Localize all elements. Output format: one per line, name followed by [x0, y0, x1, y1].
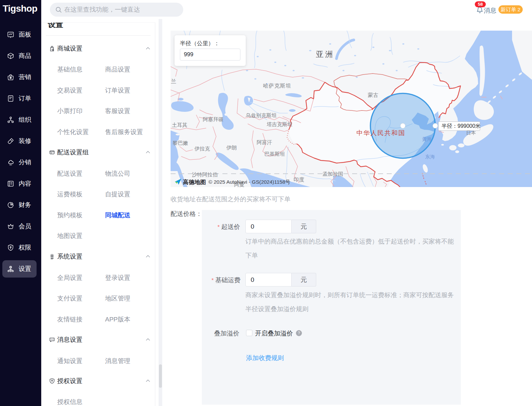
svg-text:中华人民共和国: 中华人民共和国: [356, 129, 405, 136]
svg-text:土耳其: 土耳其: [172, 122, 188, 128]
svg-text:乌兹别克斯坦: 乌兹别克斯坦: [246, 112, 277, 118]
svg-text:黎巴嫩: 黎巴嫩: [173, 140, 188, 146]
svg-text:巴基斯坦: 巴基斯坦: [264, 151, 285, 157]
svg-text:塔吉克斯坦: 塔吉克斯坦: [267, 121, 293, 127]
svg-text:沙特阿拉伯: 沙特阿拉伯: [192, 172, 218, 177]
svg-text:黄海: 黄海: [422, 136, 432, 142]
svg-text:亚洲: 亚洲: [316, 50, 334, 59]
svg-text:阿富汗: 阿富汗: [257, 139, 272, 145]
svg-text:伊拉克: 伊拉克: [194, 146, 210, 151]
svg-text:伊朗: 伊朗: [226, 145, 237, 150]
svg-text:日本: 日本: [466, 130, 476, 135]
svg-text:哈萨克斯坦: 哈萨克斯坦: [263, 83, 291, 89]
svg-text:东海: 东海: [425, 154, 435, 159]
svg-text:阿塞拜疆: 阿塞拜疆: [203, 116, 223, 122]
svg-text:蒙古: 蒙古: [368, 92, 378, 98]
svg-text:孟加拉国: 孟加拉国: [323, 171, 343, 177]
svg-text:兰: 兰: [171, 79, 176, 84]
